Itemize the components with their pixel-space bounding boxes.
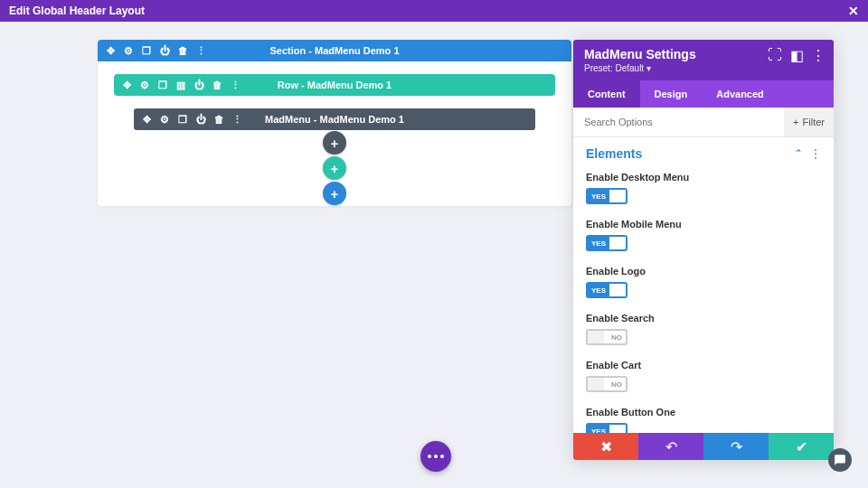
gear-icon[interactable]: ⚙: [139, 80, 150, 90]
section: ✥ ⚙ ❐ ⏻ 🗑 ⋮ Section - MadMenu Demo 1 ✥ ⚙…: [98, 40, 571, 206]
toggle[interactable]: NO: [586, 376, 627, 392]
preset-selector[interactable]: Preset: Default ▾: [584, 63, 823, 73]
option-label: Enable Search: [586, 313, 821, 324]
group-title: Elements: [586, 146, 642, 161]
option-0: Enable Desktop MenuYES: [586, 172, 821, 204]
search-row: +Filter: [573, 108, 834, 137]
duplicate-icon[interactable]: ❐: [177, 114, 188, 125]
add-section-button[interactable]: +: [323, 182, 346, 205]
columns-icon[interactable]: ▥: [175, 80, 186, 90]
section-toolbar: ✥ ⚙ ❐ ⏻ 🗑 ⋮: [98, 45, 206, 56]
undo-button[interactable]: ↶: [638, 433, 703, 460]
chevron-up-icon[interactable]: ⌃: [794, 147, 803, 160]
cancel-button[interactable]: ✖: [573, 433, 638, 460]
option-label: Enable Logo: [586, 266, 821, 277]
module-header[interactable]: ✥ ⚙ ❐ ⏻ 🗑 ⋮ MadMenu - MadMenu Demo 1: [134, 108, 535, 130]
toggle[interactable]: YES: [586, 423, 627, 433]
move-icon[interactable]: ✥: [121, 80, 132, 90]
power-icon[interactable]: ⏻: [159, 45, 170, 56]
expand-icon[interactable]: ⛶: [769, 49, 781, 61]
more-icon[interactable]: ⋮: [231, 114, 242, 125]
row-header[interactable]: ✥ ⚙ ❐ ▥ ⏻ 🗑 ⋮ Row - MadMenu Demo 1: [114, 74, 555, 96]
gear-icon[interactable]: ⚙: [159, 114, 170, 125]
snap-icon[interactable]: ◧: [790, 49, 803, 61]
section-header[interactable]: ✥ ⚙ ❐ ⏻ 🗑 ⋮ Section - MadMenu Demo 1: [98, 40, 571, 61]
add-module-button[interactable]: +: [323, 131, 346, 155]
option-1: Enable Mobile MenuYES: [586, 219, 821, 251]
more-icon[interactable]: ⋮: [195, 45, 206, 56]
gear-icon[interactable]: ⚙: [123, 45, 134, 56]
trash-icon[interactable]: 🗑: [177, 45, 188, 56]
more-icon[interactable]: ⋮: [812, 49, 825, 61]
move-icon[interactable]: ✥: [141, 114, 152, 125]
page-settings-fab[interactable]: [420, 441, 451, 472]
tab-content[interactable]: Content: [573, 80, 640, 108]
trash-icon[interactable]: 🗑: [213, 114, 224, 125]
close-icon[interactable]: ✕: [848, 4, 859, 18]
toggle[interactable]: YES: [586, 188, 627, 204]
tab-design[interactable]: Design: [640, 80, 703, 108]
power-icon[interactable]: ⏻: [193, 80, 204, 90]
redo-button[interactable]: ↷: [703, 433, 769, 460]
option-label: Enable Button One: [586, 407, 821, 418]
help-button[interactable]: [828, 448, 852, 472]
top-bar-title: Edit Global Header Layout: [9, 5, 145, 17]
search-input[interactable]: [573, 108, 784, 136]
panel-footer: ✖ ↶ ↷ ✔: [573, 433, 834, 460]
duplicate-icon[interactable]: ❐: [141, 45, 152, 56]
more-icon[interactable]: ⋮: [230, 80, 241, 90]
trash-icon[interactable]: 🗑: [212, 80, 222, 90]
save-button[interactable]: ✔: [769, 433, 834, 460]
power-icon[interactable]: ⏻: [195, 114, 206, 125]
toggle[interactable]: YES: [586, 235, 627, 251]
duplicate-icon[interactable]: ❐: [157, 80, 168, 90]
option-2: Enable LogoYES: [586, 266, 821, 298]
module-toolbar: ✥ ⚙ ❐ ⏻ 🗑 ⋮: [134, 114, 242, 125]
option-4: Enable CartNO: [586, 360, 821, 392]
panel-tabs: Content Design Advanced: [573, 80, 834, 108]
group-header[interactable]: Elements ⌃ ⋮: [586, 146, 821, 161]
more-icon[interactable]: ⋮: [810, 147, 821, 160]
toggle[interactable]: NO: [586, 329, 627, 345]
add-row-button[interactable]: +: [323, 156, 346, 180]
filter-button[interactable]: +Filter: [784, 108, 834, 136]
option-3: Enable SearchNO: [586, 313, 821, 345]
plus-icon: +: [793, 117, 798, 127]
move-icon[interactable]: ✥: [105, 45, 116, 56]
row-toolbar: ✥ ⚙ ❐ ▥ ⏻ 🗑 ⋮: [114, 80, 241, 90]
settings-panel: MadMenu Settings Preset: Default ▾ ⛶ ◧ ⋮…: [573, 40, 834, 460]
option-5: Enable Button OneYES: [586, 407, 821, 433]
toggle[interactable]: YES: [586, 282, 627, 298]
chevron-down-icon: ▾: [646, 63, 651, 73]
option-label: Enable Cart: [586, 360, 821, 371]
option-label: Enable Mobile Menu: [586, 219, 821, 230]
builder-canvas: ✥ ⚙ ❐ ⏻ 🗑 ⋮ Section - MadMenu Demo 1 ✥ ⚙…: [98, 40, 571, 206]
option-label: Enable Desktop Menu: [586, 172, 821, 183]
panel-header[interactable]: MadMenu Settings Preset: Default ▾ ⛶ ◧ ⋮: [573, 40, 834, 80]
top-bar: Edit Global Header Layout ✕: [0, 0, 868, 22]
options-scroll[interactable]: Elements ⌃ ⋮ Enable Desktop MenuYESEnabl…: [573, 137, 834, 433]
tab-advanced[interactable]: Advanced: [702, 80, 778, 108]
